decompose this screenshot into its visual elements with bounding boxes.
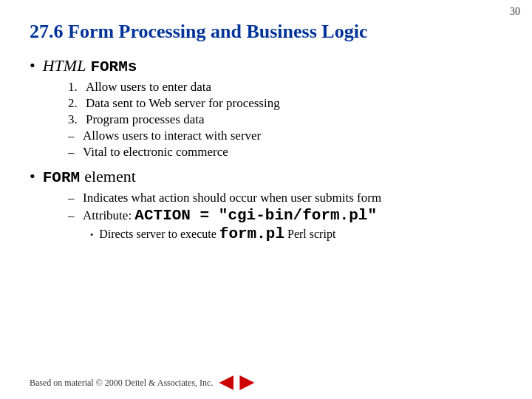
nav-forward-button[interactable] <box>239 375 254 390</box>
footer-text: Based on material © 2000 Deitel & Associ… <box>30 378 213 389</box>
main-bullet-1: • HTML FORMs <box>30 56 502 75</box>
item-text: Data sent to Web server for processing <box>86 96 280 111</box>
item-text: Allow users to enter data <box>86 80 211 95</box>
list-item: 3. Program processes data <box>68 112 502 127</box>
main-bullet-2: • FORM element <box>30 167 502 186</box>
form-sub-sub-list: • Directs server to execute form.pl Perl… <box>90 225 502 242</box>
item-dash: – <box>68 208 78 223</box>
item-dash: – <box>68 145 78 160</box>
item-text: Directs server to execute form.pl Perl s… <box>99 225 335 242</box>
list-item: • Directs server to execute form.pl Perl… <box>90 225 502 242</box>
item-dash: – <box>68 191 78 205</box>
form-label: FORM <box>43 169 80 186</box>
item-num: 3. <box>68 112 81 127</box>
list-item: 1. Allow users to enter data <box>68 80 502 95</box>
section-form-element: • FORM element – Indicates what action s… <box>30 167 502 242</box>
forward-arrow-icon[interactable] <box>239 375 254 390</box>
nav-back-button[interactable] <box>219 375 233 390</box>
item-num: 2. <box>68 96 81 111</box>
forms-sub-list: 1. Allow users to enter data 2. Data sen… <box>68 80 502 160</box>
html-label: HTML <box>43 56 86 75</box>
formpl-code: form.pl <box>219 225 284 242</box>
slide: 30 27.6 Form Processing and Business Log… <box>0 0 532 399</box>
item-text: Program processes data <box>86 112 205 127</box>
bullet-dot-2: • <box>30 167 35 186</box>
forms-label: FORMs <box>90 58 137 75</box>
element-label: element <box>84 167 136 186</box>
action-code: ACTION = "cgi-bin/form.pl" <box>134 207 377 224</box>
item-num: 1. <box>68 80 81 95</box>
item-text: Allows users to interact with server <box>83 129 261 143</box>
list-item: 2. Data sent to Web server for processin… <box>68 96 502 111</box>
list-item: – Vital to electronic commerce <box>68 145 502 160</box>
list-item: – Attribute: ACTION = "cgi-bin/form.pl" <box>68 207 502 224</box>
list-item: – Allows users to interact with server <box>68 129 502 143</box>
slide-title: 27.6 Form Processing and Business Logic <box>30 21 502 43</box>
section-html-forms: • HTML FORMs 1. Allow users to enter dat… <box>30 56 502 160</box>
item-text: Indicates what action should occur when … <box>83 191 381 205</box>
sub-bullet: • <box>90 230 93 241</box>
page-number: 30 <box>510 6 520 18</box>
list-item: – Indicates what action should occur whe… <box>68 191 502 205</box>
footer: Based on material © 2000 Deitel & Associ… <box>30 375 254 390</box>
form-element-sub-list: – Indicates what action should occur whe… <box>68 191 502 242</box>
item-text: Vital to electronic commerce <box>83 145 228 160</box>
item-dash: – <box>68 129 78 143</box>
bullet-dot-1: • <box>30 56 35 75</box>
item-text: Attribute: ACTION = "cgi-bin/form.pl" <box>83 207 377 224</box>
back-arrow-icon[interactable] <box>219 375 233 390</box>
